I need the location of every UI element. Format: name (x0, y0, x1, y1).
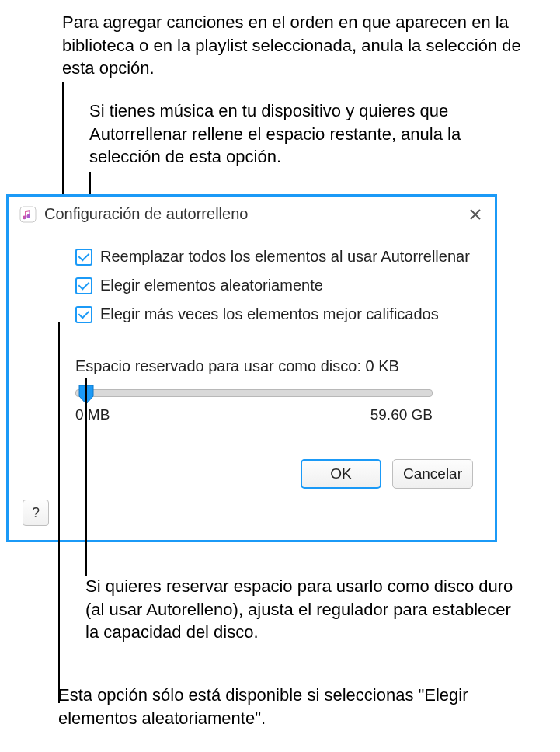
music-app-icon (19, 206, 37, 223)
checkbox-choose-random[interactable] (75, 277, 92, 294)
dialog-title: Configuración de autorrelleno (44, 204, 248, 225)
checkbox-row-higher-rated: Elegir más veces los elementos mejor cal… (75, 304, 473, 325)
titlebar: Configuración de autorrelleno (9, 197, 495, 232)
checkbox-row-choose-random: Elegir elementos aleatoriamente (75, 275, 473, 296)
reserve-space-slider[interactable] (75, 389, 433, 397)
checkbox-higher-rated[interactable] (75, 306, 92, 323)
checkbox-row-replace-all: Reemplazar todos los elementos al usar A… (75, 246, 473, 267)
checkbox-label: Elegir elementos aleatoriamente (100, 275, 323, 296)
slider-max-label: 59.60 GB (370, 405, 433, 425)
callout-reserve-space: Si quieres reservar espacio para usarlo … (85, 575, 520, 644)
slider-min-label: 0 MB (75, 405, 110, 425)
help-button[interactable]: ? (23, 500, 49, 526)
autofill-settings-dialog: Configuración de autorrelleno Reemplazar… (6, 194, 497, 542)
checkbox-label: Reemplazar todos los elementos al usar A… (100, 246, 470, 267)
checkbox-replace-all[interactable] (75, 249, 92, 266)
slider-caption: Espacio reservado para usar como disco: … (75, 356, 473, 377)
ok-button[interactable]: OK (301, 459, 381, 489)
cancel-button[interactable]: Cancelar (392, 459, 473, 489)
checkbox-label: Elegir más veces los elementos mejor cal… (100, 304, 439, 325)
callout-option-availability: Esta opción sólo está disponible si sele… (58, 684, 540, 729)
callout-random-order: Para agregar canciones en el orden en qu… (62, 11, 536, 80)
close-button[interactable] (467, 206, 484, 223)
callout-fill-remaining: Si tienes música en tu dispositivo y qui… (89, 99, 536, 169)
